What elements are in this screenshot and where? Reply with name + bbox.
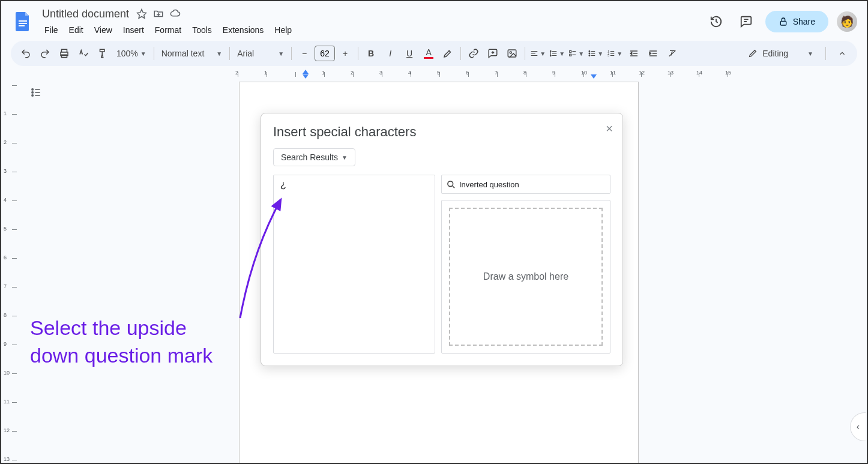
results-panel: ¿ [273,175,435,354]
move-icon[interactable] [153,8,164,19]
font-size-input[interactable] [315,46,335,61]
bold-button[interactable]: B [362,44,380,62]
add-comment-button[interactable] [484,44,502,62]
paint-format-button[interactable] [94,44,112,62]
special-characters-dialog: Insert special characters × Search Resul… [261,113,623,366]
menu-help[interactable]: Help [270,23,297,37]
draw-hint: Draw a symbol here [483,271,568,282]
print-button[interactable] [55,44,73,62]
horizontal-ruler[interactable]: 21123456789101112131415 [22,70,867,79]
svg-rect-3 [780,21,786,25]
menu-extensions[interactable]: Extensions [218,23,268,37]
document-title[interactable]: Untitled document [40,7,131,22]
menu-view[interactable]: View [89,23,117,37]
share-button[interactable]: Share [765,11,828,32]
font-dropdown[interactable]: Arial▼ [234,44,288,62]
history-icon[interactable] [705,11,727,32]
category-dropdown[interactable]: Search Results▼ [273,148,355,166]
svg-point-19 [448,181,453,186]
share-label: Share [793,17,815,26]
vertical-ruler[interactable]: 12345678910111213 [1,79,22,463]
svg-rect-1 [19,23,27,24]
decrease-indent-button[interactable] [625,44,643,62]
underline-button[interactable]: U [400,44,418,62]
titlebar: Untitled document File Edit View Insert … [1,1,867,37]
highlight-button[interactable] [439,44,457,62]
svg-rect-8 [570,50,571,52]
left-indent-marker[interactable] [303,74,309,79]
dialog-title: Insert special characters [273,124,610,140]
redo-button[interactable] [36,44,54,62]
svg-point-16 [32,89,34,91]
svg-rect-2 [19,25,25,26]
undo-button[interactable] [17,44,35,62]
svg-point-18 [32,95,34,97]
clear-formatting-button[interactable] [663,44,681,62]
outline-toggle-button[interactable] [28,84,44,101]
svg-rect-9 [570,54,571,56]
dialog-close-button[interactable]: × [606,122,613,136]
checklist-dropdown[interactable]: ▼ [567,44,585,62]
numbered-list-dropdown[interactable]: 123▼ [606,44,624,62]
increase-font-button[interactable]: + [336,44,354,62]
menu-edit[interactable]: Edit [64,23,88,37]
insert-link-button[interactable] [465,44,483,62]
collapse-toolbar-button[interactable] [833,44,851,62]
right-indent-marker[interactable] [591,74,597,79]
avatar[interactable]: 🧑 [837,11,857,32]
star-icon[interactable] [136,8,147,19]
document-canvas: Insert special characters × Search Resul… [22,79,867,463]
side-panel-toggle[interactable]: ‹ [850,412,866,441]
zoom-dropdown[interactable]: 100%▼ [113,44,150,62]
text-color-button[interactable]: A [420,44,438,62]
decrease-font-button[interactable]: − [295,44,313,62]
docs-logo[interactable] [11,10,35,34]
svg-rect-6 [508,50,516,57]
menu-tools[interactable]: Tools [187,23,217,37]
svg-text:3: 3 [607,54,609,57]
svg-point-11 [589,53,590,54]
comments-icon[interactable] [735,11,757,32]
char-inverted-question[interactable]: ¿ [276,178,291,192]
svg-point-12 [589,55,590,56]
italic-button[interactable]: I [381,44,399,62]
paragraph-style-dropdown[interactable]: Normal text▼ [158,44,226,62]
svg-rect-0 [19,20,27,22]
cloud-status-icon[interactable] [170,8,181,19]
menubar: File Edit View Insert Format Tools Exten… [40,23,705,37]
svg-point-17 [32,92,34,94]
line-spacing-dropdown[interactable]: ▼ [548,44,566,62]
toolbar: 100%▼ Normal text▼ Arial▼ − + B I U A ▼ … [11,41,857,66]
menu-format[interactable]: Format [150,23,186,37]
search-icon [447,180,456,189]
draw-panel[interactable]: Draw a symbol here [441,200,610,354]
editing-mode-dropdown[interactable]: Editing ▼ [743,46,818,61]
annotation-text: Select the upside down question mark [22,315,262,370]
svg-point-7 [510,52,511,53]
increase-indent-button[interactable] [644,44,662,62]
bulleted-list-dropdown[interactable]: ▼ [586,44,604,62]
insert-image-button[interactable] [503,44,521,62]
search-input[interactable] [459,180,605,189]
spellcheck-button[interactable] [74,44,92,62]
menu-file[interactable]: File [40,23,63,37]
svg-point-10 [589,51,590,52]
first-line-indent-marker[interactable] [303,70,309,74]
align-dropdown[interactable]: ▼ [529,44,547,62]
menu-insert[interactable]: Insert [118,23,149,37]
search-box[interactable] [441,175,610,194]
